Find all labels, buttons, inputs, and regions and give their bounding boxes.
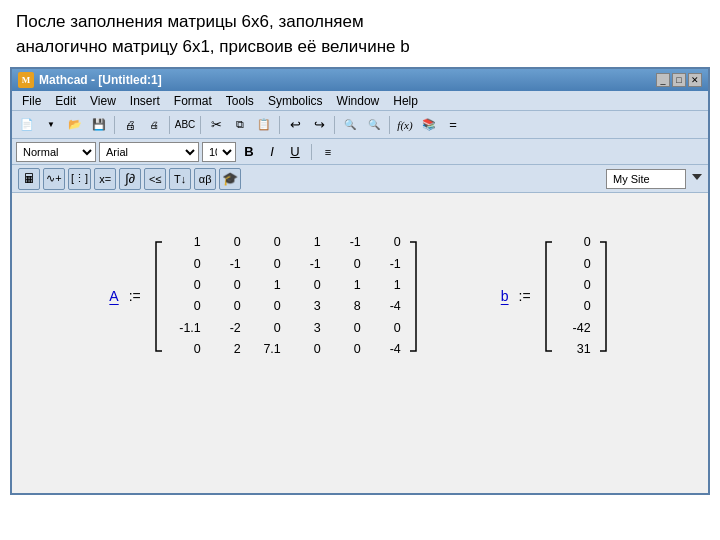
- separator-6: [389, 116, 390, 134]
- paste-button[interactable]: 📋: [253, 114, 275, 136]
- menu-symbolics[interactable]: Symbolics: [262, 93, 329, 109]
- intro-line1: После заполнения матрицы 6х6, заполняем: [16, 12, 364, 31]
- menu-format[interactable]: Format: [168, 93, 218, 109]
- calculus-button[interactable]: ∫∂: [119, 168, 141, 190]
- save-button[interactable]: 💾: [88, 114, 110, 136]
- menu-insert[interactable]: Insert: [124, 93, 166, 109]
- fx-button[interactable]: f(x): [394, 114, 416, 136]
- vector-b-right-bracket: [597, 239, 611, 354]
- underline-button[interactable]: U: [285, 142, 305, 162]
- separator-2: [169, 116, 170, 134]
- cut-button[interactable]: ✂: [205, 114, 227, 136]
- matrix-a-right-bracket: [407, 239, 421, 354]
- maximize-button[interactable]: □: [672, 73, 686, 87]
- close-button[interactable]: ✕: [688, 73, 702, 87]
- math-toolbar: 🖩 ∿+ [⋮] x= ∫∂ <≤ T↓ αβ 🎓 My Site: [12, 165, 708, 193]
- my-site-box: My Site: [606, 169, 686, 189]
- extra-button[interactable]: =: [442, 114, 464, 136]
- format-toolbar: Normal Arial 10 B I U ≡: [12, 139, 708, 165]
- main-toolbar: 📄 ▼ 📂 💾 🖨 🖨 ABC ✂ ⧉ 📋 ↩ ↪ 🔍 🔍 f(x) 📚 =: [12, 111, 708, 139]
- greek-button[interactable]: αβ: [194, 168, 216, 190]
- separator-4: [279, 116, 280, 134]
- print-button[interactable]: 🖨: [119, 114, 141, 136]
- title-bar: M Mathcad - [Untitled:1] _ □ ✕: [12, 69, 708, 91]
- redo-button[interactable]: ↪: [308, 114, 330, 136]
- zoom-out-button[interactable]: 🔍: [363, 114, 385, 136]
- separator-1: [114, 116, 115, 134]
- copy-button[interactable]: ⧉: [229, 114, 251, 136]
- matrix-button[interactable]: [⋮]: [68, 168, 91, 190]
- menu-file[interactable]: File: [16, 93, 47, 109]
- spellcheck-button[interactable]: ABC: [174, 114, 196, 136]
- calculator-button[interactable]: 🖩: [18, 168, 40, 190]
- dropdown-arrow[interactable]: ▼: [40, 114, 62, 136]
- matrix-a-grid: 1001-10 0-10-10-1 001011 00038-4 -1.1-20…: [171, 233, 401, 359]
- open-button[interactable]: 📂: [64, 114, 86, 136]
- minimize-button[interactable]: _: [656, 73, 670, 87]
- app-icon: M: [18, 72, 34, 88]
- intro-text: После заполнения матрицы 6х6, заполняем …: [0, 0, 720, 67]
- svg-marker-0: [692, 174, 702, 180]
- font-select[interactable]: Arial: [99, 142, 199, 162]
- window-title: Mathcad - [Untitled:1]: [39, 73, 651, 87]
- separator-3: [200, 116, 201, 134]
- resource-button[interactable]: 📚: [418, 114, 440, 136]
- zoom-in-button[interactable]: 🔍: [339, 114, 361, 136]
- new-button[interactable]: 📄: [16, 114, 38, 136]
- separator-5: [334, 116, 335, 134]
- align-button[interactable]: ≡: [318, 142, 338, 162]
- menu-view[interactable]: View: [84, 93, 122, 109]
- eval-button[interactable]: x=: [94, 168, 116, 190]
- matrix-a-left-bracket: [151, 239, 165, 354]
- vector-b-grid: 0 0 0 0 -42 31: [561, 233, 591, 359]
- menu-window[interactable]: Window: [331, 93, 386, 109]
- bold-button[interactable]: B: [239, 142, 259, 162]
- vector-b-label: b: [501, 288, 509, 304]
- vector-b-container: b := 0 0 0 0 -42 31: [501, 233, 611, 359]
- separator-7: [311, 144, 312, 160]
- my-site-dropdown[interactable]: [692, 170, 702, 188]
- workspace: A := 1001-10 0-10-10-1 001011 00038-4 -1…: [12, 193, 708, 493]
- matrix-a-container: A := 1001-10 0-10-10-1 001011 00038-4 -1…: [109, 233, 420, 359]
- size-select[interactable]: 10: [202, 142, 236, 162]
- mathcad-window: M Mathcad - [Untitled:1] _ □ ✕ File Edit…: [10, 67, 710, 495]
- bool-button[interactable]: <≤: [144, 168, 166, 190]
- menu-tools[interactable]: Tools: [220, 93, 260, 109]
- symbol-button[interactable]: 🎓: [219, 168, 241, 190]
- style-select[interactable]: Normal: [16, 142, 96, 162]
- prog-button[interactable]: T↓: [169, 168, 191, 190]
- intro-line2: аналогично матрицу 6х1, присвоив её вели…: [16, 37, 410, 56]
- menu-bar: File Edit View Insert Format Tools Symbo…: [12, 91, 708, 111]
- matrix-a-assign: :=: [129, 288, 141, 304]
- my-site-label: My Site: [613, 173, 650, 185]
- undo-button[interactable]: ↩: [284, 114, 306, 136]
- graph-button[interactable]: ∿+: [43, 168, 65, 190]
- menu-edit[interactable]: Edit: [49, 93, 82, 109]
- italic-button[interactable]: I: [262, 142, 282, 162]
- menu-help[interactable]: Help: [387, 93, 424, 109]
- print2-button[interactable]: 🖨: [143, 114, 165, 136]
- matrix-a-label: A: [109, 288, 118, 304]
- vector-b-left-bracket: [541, 239, 555, 354]
- vector-b-assign: :=: [519, 288, 531, 304]
- window-controls: _ □ ✕: [656, 73, 702, 87]
